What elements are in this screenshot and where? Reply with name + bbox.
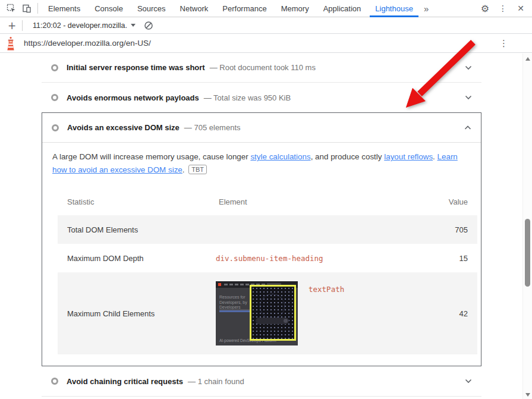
statistic-cell: Total DOM Elements (58, 225, 202, 234)
chevron-down-icon[interactable] (465, 95, 472, 100)
close-devtools-icon[interactable]: ✕ (513, 1, 528, 16)
report-history-selected-value: 11:20:02 - developer.mozilla. (33, 21, 127, 30)
chevron-down-icon[interactable] (465, 379, 472, 384)
tab-performance[interactable]: Performance (217, 0, 272, 17)
description-text: A large DOM will increase memory usage, … (52, 152, 250, 161)
toolbar-separator (37, 3, 38, 14)
vertical-scrollbar[interactable] (522, 54, 532, 399)
report-url: https://developer.mozilla.org/en-US/ (24, 39, 151, 48)
tab-memory[interactable]: Memory (276, 0, 314, 17)
element-node-label[interactable]: textPath (309, 285, 344, 294)
audit-detail: — 1 chain found (188, 377, 244, 386)
audit-row-server-response[interactable]: Initial server response time was short —… (42, 53, 481, 83)
statistic-cell: Maximum Child Elements (58, 309, 202, 318)
informative-score-icon (52, 124, 59, 131)
audit-title: Avoid chaining critical requests (67, 377, 183, 386)
audit-description: A large DOM will increase memory usage, … (42, 143, 481, 180)
description-text: . (433, 152, 437, 161)
value-cell: 15 (420, 254, 477, 263)
chevron-down-icon (131, 24, 136, 27)
scrollbar-thumb[interactable] (525, 219, 530, 287)
settings-gear-icon[interactable]: ⚙ (477, 1, 493, 16)
element-cell: Resources for Developers, by Developers … (202, 281, 420, 345)
layout-reflows-link[interactable]: layout reflows (384, 152, 433, 161)
dom-size-table: Statistic Element Value Total DOM Elemen… (58, 188, 477, 354)
audit-row-dom-size[interactable]: Avoids an excessive DOM size — 705 eleme… (42, 113, 481, 143)
new-report-button[interactable]: + (5, 18, 19, 33)
tab-network[interactable]: Network (175, 0, 214, 17)
thumbnail-orbit-graphic (260, 294, 285, 319)
thumbnail-site-logo (218, 283, 221, 286)
audit-title: Initial server response time was short (67, 63, 205, 72)
more-tabs-icon[interactable]: » (420, 4, 432, 14)
table-row: Maximum Child Elements Resources for Dev… (58, 272, 477, 354)
column-header-element: Element (202, 197, 420, 206)
element-node-label[interactable]: div.submenu-item-heading (202, 254, 420, 263)
thumbnail-searchbar-graphic (256, 318, 289, 324)
table-row: Total DOM Elements 705 (58, 215, 477, 244)
audit-row-critical-requests[interactable]: Avoid chaining critical requests — 1 cha… (42, 366, 481, 397)
audit-detail: — 705 elements (184, 123, 241, 132)
scroll-down-arrow-icon[interactable] (525, 393, 530, 397)
column-header-value: Value (420, 197, 477, 206)
toolbar-separator (22, 20, 23, 31)
table-row: Maximum DOM Depth div.submenu-item-headi… (58, 244, 477, 272)
audit-title: Avoids an excessive DOM size (67, 123, 180, 132)
audit-expanded-dom-size: Avoids an excessive DOM size — 705 eleme… (42, 112, 481, 366)
description-text: , and produce costly (311, 152, 385, 161)
inspect-element-icon[interactable] (4, 1, 19, 16)
lighthouse-logo-icon (5, 36, 17, 51)
statistic-cell: Maximum DOM Depth (58, 254, 202, 263)
report-header: https://developer.mozilla.org/en-US/ ⋮ (0, 34, 532, 53)
lighthouse-report-body: Initial server response time was short —… (0, 53, 532, 399)
column-header-statistic: Statistic (58, 197, 202, 206)
table-header-row: Statistic Element Value (58, 188, 477, 215)
tab-lighthouse[interactable]: Lighthouse (370, 0, 418, 17)
informative-score-icon (51, 378, 58, 385)
chevron-down-icon[interactable] (465, 65, 472, 70)
description-text: . (182, 165, 185, 174)
audit-detail: — Total size was 950 KiB (204, 93, 291, 102)
thumbnail-link-line (219, 310, 254, 312)
tabbar-actions: ⚙ ⋮ ✕ (477, 1, 532, 16)
tab-sources[interactable]: Sources (132, 0, 171, 17)
devtools-tabbar: Elements Console Sources Network Perform… (0, 0, 532, 17)
scroll-up-arrow-icon[interactable] (525, 57, 530, 61)
highlighted-element-box (250, 285, 296, 341)
tbt-metric-badge: TBT (188, 165, 207, 174)
audit-detail: — Root document took 110 ms (210, 63, 316, 72)
value-cell: 705 (420, 225, 477, 234)
informative-score-icon (51, 94, 58, 101)
tab-elements[interactable]: Elements (43, 0, 86, 17)
tab-application[interactable]: Application (318, 0, 367, 17)
report-history-dropdown[interactable]: 11:20:02 - developer.mozilla. (30, 20, 138, 31)
devtools-menu-kebab-icon[interactable]: ⋮ (495, 1, 511, 16)
chevron-up-icon[interactable] (464, 125, 471, 130)
audit-title: Avoids enormous network payloads (67, 93, 199, 102)
informative-score-icon (51, 64, 58, 71)
style-calculations-link[interactable]: style calculations (250, 152, 310, 161)
lighthouse-toolbar: + 11:20:02 - developer.mozilla. (0, 17, 532, 34)
audit-row-network-payloads[interactable]: Avoids enormous network payloads — Total… (42, 83, 481, 112)
element-screenshot-thumbnail[interactable]: Resources for Developers, by Developers … (216, 281, 298, 345)
tab-console[interactable]: Console (89, 0, 128, 17)
clear-reports-icon[interactable] (144, 21, 153, 30)
device-toolbar-icon[interactable] (19, 1, 34, 16)
report-menu-kebab-icon[interactable]: ⋮ (499, 38, 508, 49)
value-cell: 42 (420, 309, 477, 318)
